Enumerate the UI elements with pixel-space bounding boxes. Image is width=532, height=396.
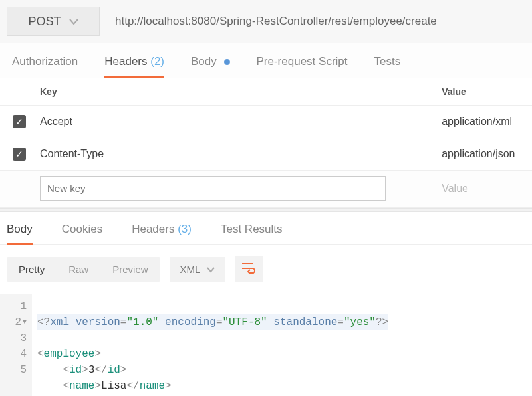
response-body-code: 1 2▼ 3 4 5 <?xml version="1.0" encoding=…	[0, 294, 532, 396]
line-number: 3	[8, 330, 27, 346]
tab-prerequest[interactable]: Pre-request Script	[257, 55, 348, 78]
code-gutter: 1 2▼ 3 4 5	[0, 294, 32, 396]
header-value-cell[interactable]: application/json	[435, 138, 532, 171]
header-key-cell[interactable]: Content-Type	[33, 138, 435, 171]
table-row: ✓ Accept application/xml	[0, 106, 532, 138]
http-method-selector[interactable]: POST	[7, 7, 100, 36]
format-selector[interactable]: XML	[170, 257, 226, 282]
new-header-row: Value	[0, 171, 532, 208]
chevron-down-icon	[207, 264, 215, 275]
body-changed-dot-icon	[224, 59, 230, 65]
line-number: 4	[8, 346, 27, 362]
resp-tab-cookies[interactable]: Cookies	[62, 223, 102, 244]
row-checkbox[interactable]: ✓	[13, 115, 26, 128]
view-preview-button[interactable]: Preview	[100, 257, 160, 282]
line-number: 1	[8, 298, 27, 314]
http-method-label: POST	[28, 15, 61, 29]
request-tabs: Authorization Headers (2) Body Pre-reque…	[0, 43, 532, 78]
wrap-icon	[241, 262, 256, 276]
header-value-cell[interactable]: application/xml	[435, 106, 532, 138]
response-tabs: Body Cookies Headers (3) Test Results	[0, 212, 532, 245]
header-checkbox-col	[0, 78, 33, 106]
tab-headers-label: Headers	[104, 55, 147, 68]
header-key-col: Key	[33, 78, 435, 106]
tab-body-label: Body	[191, 55, 217, 68]
resp-tab-body[interactable]: Body	[7, 223, 33, 244]
view-pretty-button[interactable]: Pretty	[7, 257, 57, 282]
table-row: ✓ Content-Type application/json	[0, 138, 532, 171]
tab-tests[interactable]: Tests	[374, 55, 401, 78]
resp-tab-testresults[interactable]: Test Results	[221, 223, 283, 244]
view-mode-group: Pretty Raw Preview	[7, 257, 160, 282]
resp-tab-headers-count: (3)	[178, 223, 192, 235]
tab-body[interactable]: Body	[191, 55, 229, 78]
header-value-col: Value	[435, 78, 532, 106]
row-checkbox[interactable]: ✓	[13, 148, 26, 161]
header-key-cell[interactable]: Accept	[33, 106, 435, 138]
wrap-lines-button[interactable]	[235, 256, 263, 282]
line-number: 5	[8, 362, 27, 378]
new-key-input[interactable]	[40, 176, 386, 201]
view-raw-button[interactable]: Raw	[57, 257, 100, 282]
tab-headers-count: (2)	[150, 55, 164, 68]
resp-tab-headers-label: Headers	[132, 223, 174, 235]
new-value-placeholder[interactable]: Value	[442, 183, 468, 194]
tab-headers[interactable]: Headers (2)	[104, 55, 164, 78]
format-label: XML	[180, 264, 201, 275]
fold-icon[interactable]: ▼	[23, 317, 27, 327]
response-view-toolbar: Pretty Raw Preview XML	[0, 245, 532, 294]
request-url-input[interactable]	[100, 7, 525, 36]
code-content[interactable]: <?xml version="1.0" encoding="UTF-8" sta…	[32, 294, 394, 396]
chevron-down-icon	[69, 15, 78, 29]
headers-table: Key Value ✓ Accept application/xml ✓ Con…	[0, 78, 532, 208]
resp-tab-headers[interactable]: Headers (3)	[132, 223, 192, 244]
line-number: 2▼	[8, 314, 27, 330]
tab-authorization[interactable]: Authorization	[12, 55, 78, 78]
